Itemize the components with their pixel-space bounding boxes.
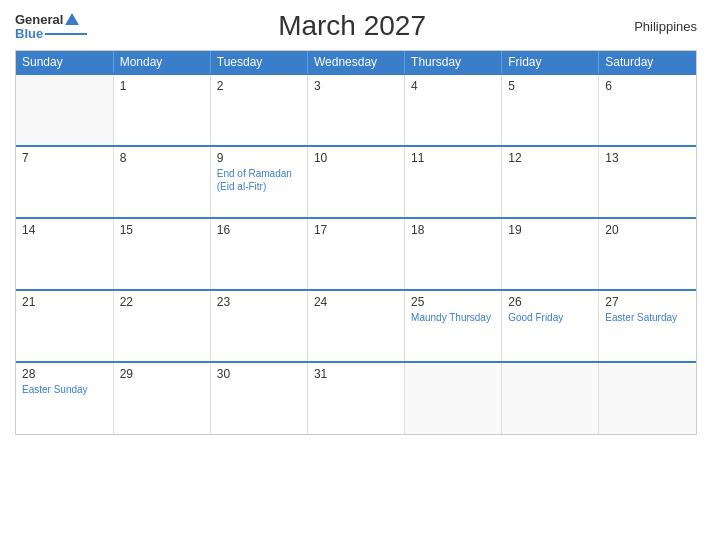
calendar-cell: 16 xyxy=(210,218,307,290)
calendar-cell: 30 xyxy=(210,362,307,434)
day-number: 17 xyxy=(314,223,398,237)
holiday-label: Good Friday xyxy=(508,311,592,324)
calendar-cell: 20 xyxy=(599,218,696,290)
week-row-4: 2122232425Maundy Thursday26Good Friday27… xyxy=(16,290,696,362)
logo-triangle-icon xyxy=(65,13,79,25)
day-number: 25 xyxy=(411,295,495,309)
holiday-label: Easter Sunday xyxy=(22,383,107,396)
day-number: 14 xyxy=(22,223,107,237)
day-number: 7 xyxy=(22,151,107,165)
weekday-header-tuesday: Tuesday xyxy=(210,51,307,74)
calendar-cell: 4 xyxy=(405,74,502,146)
calendar-cell xyxy=(502,362,599,434)
calendar-cell: 22 xyxy=(113,290,210,362)
calendar-cell: 18 xyxy=(405,218,502,290)
calendar-cell: 11 xyxy=(405,146,502,218)
country-label: Philippines xyxy=(617,19,697,34)
day-number: 8 xyxy=(120,151,204,165)
day-number: 29 xyxy=(120,367,204,381)
calendar-cell: 8 xyxy=(113,146,210,218)
calendar-cell: 12 xyxy=(502,146,599,218)
calendar-cell: 15 xyxy=(113,218,210,290)
weekday-header-row: SundayMondayTuesdayWednesdayThursdayFrid… xyxy=(16,51,696,74)
day-number: 30 xyxy=(217,367,301,381)
calendar-cell xyxy=(16,74,113,146)
calendar-title: March 2027 xyxy=(87,10,617,42)
logo-blue-text: Blue xyxy=(15,27,43,40)
weekday-header-monday: Monday xyxy=(113,51,210,74)
calendar-cell: 2 xyxy=(210,74,307,146)
logo-general-text: General xyxy=(15,13,63,26)
calendar-cell: 1 xyxy=(113,74,210,146)
weekday-header-saturday: Saturday xyxy=(599,51,696,74)
calendar-cell: 3 xyxy=(307,74,404,146)
day-number: 12 xyxy=(508,151,592,165)
day-number: 13 xyxy=(605,151,690,165)
calendar: SundayMondayTuesdayWednesdayThursdayFrid… xyxy=(15,50,697,435)
header: General Blue March 2027 Philippines xyxy=(15,10,697,42)
week-row-3: 14151617181920 xyxy=(16,218,696,290)
calendar-cell xyxy=(405,362,502,434)
day-number: 2 xyxy=(217,79,301,93)
holiday-label: Easter Saturday xyxy=(605,311,690,324)
page: General Blue March 2027 Philippines Sund… xyxy=(0,0,712,550)
calendar-cell: 24 xyxy=(307,290,404,362)
calendar-cell: 19 xyxy=(502,218,599,290)
calendar-cell: 21 xyxy=(16,290,113,362)
weekday-header-thursday: Thursday xyxy=(405,51,502,74)
logo-underline xyxy=(45,33,87,35)
calendar-cell: 25Maundy Thursday xyxy=(405,290,502,362)
calendar-cell: 23 xyxy=(210,290,307,362)
day-number: 15 xyxy=(120,223,204,237)
day-number: 19 xyxy=(508,223,592,237)
weekday-header-wednesday: Wednesday xyxy=(307,51,404,74)
day-number: 20 xyxy=(605,223,690,237)
day-number: 16 xyxy=(217,223,301,237)
logo: General Blue xyxy=(15,13,87,40)
holiday-label: Maundy Thursday xyxy=(411,311,495,324)
calendar-cell: 28Easter Sunday xyxy=(16,362,113,434)
calendar-cell: 14 xyxy=(16,218,113,290)
day-number: 6 xyxy=(605,79,690,93)
calendar-cell: 26Good Friday xyxy=(502,290,599,362)
calendar-cell: 10 xyxy=(307,146,404,218)
day-number: 21 xyxy=(22,295,107,309)
weekday-header-sunday: Sunday xyxy=(16,51,113,74)
day-number: 10 xyxy=(314,151,398,165)
day-number: 4 xyxy=(411,79,495,93)
calendar-cell: 17 xyxy=(307,218,404,290)
day-number: 3 xyxy=(314,79,398,93)
day-number: 11 xyxy=(411,151,495,165)
calendar-cell: 6 xyxy=(599,74,696,146)
week-row-1: 123456 xyxy=(16,74,696,146)
week-row-2: 789End of Ramadan (Eid al-Fitr)10111213 xyxy=(16,146,696,218)
day-number: 24 xyxy=(314,295,398,309)
calendar-cell: 9End of Ramadan (Eid al-Fitr) xyxy=(210,146,307,218)
day-number: 1 xyxy=(120,79,204,93)
day-number: 31 xyxy=(314,367,398,381)
day-number: 22 xyxy=(120,295,204,309)
day-number: 5 xyxy=(508,79,592,93)
day-number: 18 xyxy=(411,223,495,237)
calendar-cell xyxy=(599,362,696,434)
day-number: 27 xyxy=(605,295,690,309)
day-number: 9 xyxy=(217,151,301,165)
day-number: 26 xyxy=(508,295,592,309)
calendar-cell: 31 xyxy=(307,362,404,434)
calendar-cell: 27Easter Saturday xyxy=(599,290,696,362)
holiday-label: End of Ramadan (Eid al-Fitr) xyxy=(217,167,301,193)
calendar-cell: 13 xyxy=(599,146,696,218)
day-number: 23 xyxy=(217,295,301,309)
week-row-5: 28Easter Sunday293031 xyxy=(16,362,696,434)
weekday-header-friday: Friday xyxy=(502,51,599,74)
calendar-cell: 5 xyxy=(502,74,599,146)
calendar-cell: 7 xyxy=(16,146,113,218)
day-number: 28 xyxy=(22,367,107,381)
calendar-cell: 29 xyxy=(113,362,210,434)
